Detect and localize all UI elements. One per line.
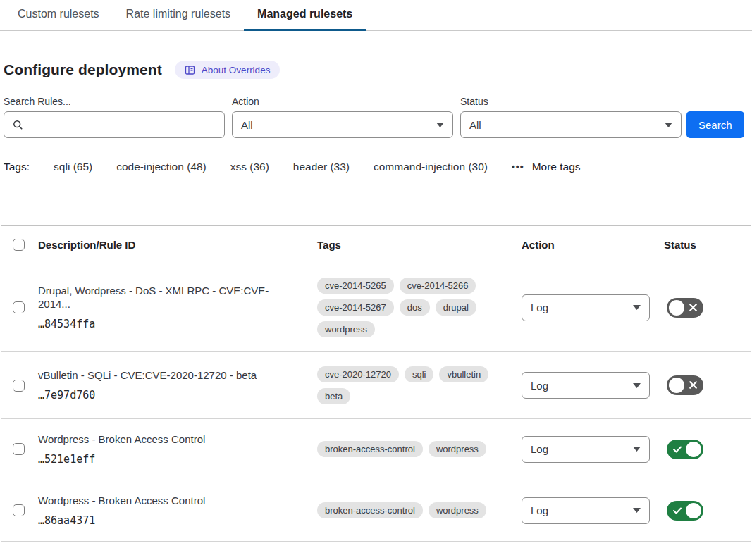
- column-header-tags: Tags: [317, 239, 522, 251]
- tag-chip: beta: [317, 388, 350, 404]
- search-rules-input[interactable]: [30, 119, 216, 131]
- row-checkbox[interactable]: [13, 301, 25, 313]
- table-row: Wordpress - Broken Access Control …521e1…: [1, 419, 751, 480]
- table-row: Wordpress - Broken Access Control …86aa4…: [1, 480, 751, 542]
- tag-chip: vbulletin: [439, 366, 488, 382]
- rule-id: …86aa4371: [38, 514, 297, 527]
- ellipsis-icon: •••: [512, 161, 524, 173]
- tag-chip: wordpress: [429, 502, 486, 518]
- tag-filter-link[interactable]: xss (36): [230, 161, 269, 173]
- rule-action-select[interactable]: Log: [522, 372, 650, 399]
- more-tags-label: More tags: [532, 161, 581, 173]
- action-filter-select[interactable]: All: [232, 111, 453, 138]
- rule-action-select[interactable]: Log: [522, 497, 650, 524]
- row-checkbox[interactable]: [13, 504, 25, 516]
- rule-description: Wordpress - Broken Access Control: [38, 433, 297, 447]
- rule-tags: cve-2014-5265cve-2014-5266cve-2014-5267d…: [317, 278, 522, 337]
- search-rules-input-wrap: [4, 111, 225, 138]
- chevron-down-icon: [633, 383, 641, 388]
- search-button[interactable]: Search: [686, 111, 744, 138]
- rule-status-toggle[interactable]: [667, 375, 703, 395]
- heading-row: Configure deployment About Overrides: [4, 61, 748, 79]
- chevron-down-icon: [665, 123, 672, 127]
- rule-action-select[interactable]: Log: [522, 436, 650, 463]
- rule-tags: broken-access-controlwordpress: [317, 502, 522, 518]
- chevron-down-icon: [633, 447, 641, 452]
- toggle-state-icon: [689, 302, 698, 315]
- tag-chip: broken-access-control: [317, 502, 423, 518]
- tags-bar: Tags: sqli (65)code-injection (48)xss (3…: [4, 161, 748, 173]
- rule-action-value: Log: [531, 380, 548, 392]
- rule-description: Drupal, Wordpress - DoS - XMLRPC - CVE:C…: [38, 285, 297, 311]
- about-overrides-link[interactable]: About Overrides: [175, 61, 281, 79]
- rule-id: …84534ffa: [38, 318, 297, 330]
- action-filter-label: Action: [232, 96, 453, 107]
- rule-description: vBulletin - SQLi - CVE:CVE-2020-12720 - …: [38, 369, 297, 382]
- rule-id: …7e97d760: [38, 389, 297, 402]
- column-header-description: Description/Rule ID: [38, 239, 317, 251]
- toggle-state-icon: [689, 380, 698, 392]
- column-header-status: Status: [664, 239, 751, 251]
- table-row: Drupal, Wordpress - DoS - XMLRPC - CVE:C…: [1, 263, 751, 352]
- rule-tags: broken-access-controlwordpress: [317, 441, 522, 457]
- table-row: vBulletin - SQLi - CVE:CVE-2020-12720 - …: [1, 352, 751, 419]
- tab-managed-rulesets[interactable]: Managed rulesets: [244, 0, 366, 31]
- search-rules-label: Search Rules...: [4, 96, 225, 107]
- tag-chip: dos: [400, 299, 430, 316]
- rule-id: …521e1eff: [38, 453, 297, 466]
- tags-bar-label: Tags:: [4, 161, 30, 173]
- tag-chip: wordpress: [429, 441, 486, 457]
- rule-tags: cve-2020-12720sqlivbulletinbeta: [317, 366, 522, 404]
- ruleset-tabs: Custom rulesets Rate limiting rulesets M…: [0, 0, 752, 31]
- chevron-down-icon: [436, 123, 444, 127]
- page-title: Configure deployment: [4, 61, 162, 78]
- toggle-state-icon: [672, 444, 682, 456]
- rule-status-toggle[interactable]: [667, 298, 703, 318]
- column-header-action: Action: [522, 239, 664, 251]
- action-filter-value: All: [241, 119, 253, 131]
- chevron-down-icon: [633, 305, 641, 310]
- tag-chip: wordpress: [317, 321, 375, 337]
- table-header-row: Description/Rule ID Tags Action Status: [1, 226, 751, 263]
- chevron-down-icon: [633, 508, 641, 513]
- tab-custom-rulesets[interactable]: Custom rulesets: [4, 0, 113, 31]
- rule-action-value: Log: [531, 504, 548, 516]
- tag-chip: cve-2014-5265: [317, 278, 394, 294]
- rule-action-select[interactable]: Log: [522, 294, 650, 321]
- status-filter-label: Status: [460, 96, 682, 107]
- rule-description: Wordpress - Broken Access Control: [38, 494, 297, 508]
- rule-status-toggle[interactable]: [667, 501, 703, 521]
- toggle-state-icon: [672, 505, 682, 518]
- filter-bar: Search Rules... Action All S: [4, 96, 748, 138]
- status-filter-select[interactable]: All: [460, 111, 682, 138]
- rule-status-toggle[interactable]: [667, 440, 703, 459]
- tag-filter-link[interactable]: command-injection (30): [374, 161, 488, 173]
- tag-chip: broken-access-control: [317, 441, 423, 457]
- search-icon: [13, 120, 23, 130]
- tag-filter-link[interactable]: sqli (65): [54, 161, 92, 173]
- tag-filter-link[interactable]: code-injection (48): [116, 161, 207, 173]
- tag-chip: cve-2014-5267: [317, 299, 394, 316]
- more-tags-button[interactable]: ••• More tags: [512, 161, 581, 173]
- row-checkbox[interactable]: [13, 443, 25, 455]
- tag-chip: cve-2014-5266: [400, 278, 476, 294]
- row-checkbox[interactable]: [13, 380, 25, 392]
- tag-chip: cve-2020-12720: [317, 366, 399, 382]
- toggle-knob: [686, 442, 701, 457]
- book-icon: [185, 65, 195, 75]
- select-all-checkbox[interactable]: [13, 239, 25, 251]
- rule-action-value: Log: [531, 301, 548, 313]
- toggle-knob: [669, 300, 684, 316]
- status-filter-value: All: [469, 119, 481, 131]
- toggle-knob: [686, 503, 701, 518]
- tab-rate-limiting-rulesets[interactable]: Rate limiting rulesets: [113, 0, 245, 31]
- about-overrides-label: About Overrides: [202, 65, 271, 75]
- tag-filter-link[interactable]: header (33): [293, 161, 350, 173]
- tag-chip: drupal: [436, 299, 476, 316]
- rule-action-value: Log: [531, 443, 548, 455]
- tag-chip: sqli: [405, 366, 434, 382]
- managed-rules-table: Description/Rule ID Tags Action Status D…: [1, 225, 751, 542]
- toggle-knob: [669, 378, 684, 393]
